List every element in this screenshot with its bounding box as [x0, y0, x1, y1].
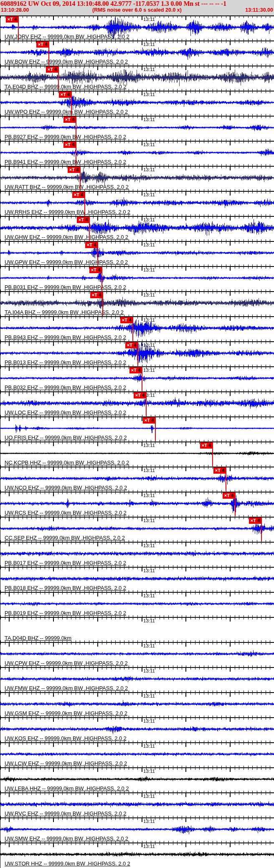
station-label: UW.RCS EHZ -- 99999.0km BW .HIGHPASS. 2.… [5, 510, 127, 516]
trace-row: 13:11PB.B019 EHZ -- 99999.0km BW .HIGHPA… [0, 592, 274, 617]
minute-label: 13:11 [143, 819, 155, 824]
pick-flag-weight: 4 [72, 117, 74, 122]
trace-row: 13:11UW.FMW EHZ -- 99999.0km BW .HIGHPAS… [0, 667, 274, 692]
pick-flag-phase: ×T [215, 468, 221, 473]
pick-flag[interactable]: ×T4 [134, 392, 146, 398]
station-label: PB.B031 EHZ -- 99999.0km BW .HIGHPASS. 2… [5, 284, 126, 290]
pick-flag-weight: 4 [208, 443, 211, 448]
station-label: PB.B941 EHZ -- 99999.0km BW .HIGHPASS. 2… [5, 159, 126, 165]
minute-label: 13:11 [143, 192, 155, 197]
pick-flag[interactable]: ×T4 [36, 41, 49, 48]
pick-flag-weight: 4 [54, 67, 57, 72]
trace-row: 13:11UW.JORV EHZ -- 99999.0km BW .HIGHPA… [0, 15, 274, 41]
minute-label: 13:11 [143, 242, 155, 247]
station-label: UW.LCW EHZ -- 99999.0km BW .HIGHPASS. 2.… [5, 760, 127, 766]
pick-flag[interactable]: ×T4 [85, 242, 98, 248]
minute-label: 13:11 [143, 317, 155, 322]
station-label: UW.JORV EHZ -- 99999.0km BW .HIGHPASS. 2… [5, 33, 129, 40]
station-label: PB.B013 EHZ -- 99999.0km BW .HIGHPASS. 2… [5, 359, 126, 365]
trace-row: 13:11UO.FRIS EHZ -- 99999.0km BW .HIGHPA… [0, 416, 274, 442]
minute-label: 13:11 [143, 368, 155, 373]
minute-label: 13:11 [143, 142, 155, 147]
rms-scale-note: (RMS noise over 6.0 s scaled 20.0 x) [0, 7, 274, 13]
pick-flag-weight: 4 [134, 343, 136, 348]
station-label: UW.SMW EHZ -- 99999.0km BW .HIGHPASS. 2.… [5, 835, 128, 842]
trace-row: 13:11NC.KCPB HHZ -- 99999.0km BW .HIGHPA… [0, 442, 274, 467]
station-label: PB.B927 EHZ -- 99999.0km BW .HIGHPASS. 2… [5, 134, 126, 140]
pick-flag[interactable]: ×T4 [120, 317, 133, 323]
station-label: TA.D04D BHZ -- 99999.0km [5, 635, 71, 641]
pick-flag-phase: ×T [145, 418, 150, 423]
pick-flag-weight: 4 [81, 192, 83, 197]
station-label: UW.RATT BHZ -- 99999.0km BW .HIGHPASS. 2… [5, 184, 129, 190]
trace-row: 13:11UW.SMW EHZ -- 99999.0km BW .HIGHPAS… [0, 817, 274, 843]
pick-flag[interactable]: ×T4 [200, 442, 213, 449]
trace-row: 13:11TA.I04A BHZ -- 99999.0km BW .HIGHPA… [0, 291, 274, 316]
pick-flag-weight: 4 [129, 317, 131, 322]
pick-flag[interactable]: ×T4 [63, 142, 76, 148]
station-label: TA.E04D BHZ -- 99999.0km BW .HIGHPASS. 2… [5, 84, 126, 90]
pick-flag[interactable]: ×T4 [59, 91, 71, 98]
pick-flag-phase: ×T [8, 17, 13, 22]
pick-flag[interactable]: ×T4 [46, 66, 58, 73]
station-label: UW.LEBA HHZ -- 99999.0km BW .HIGHPASS. 2… [5, 785, 129, 792]
station-label: UW.RRHS EHZ -- 99999.0km BW .HIGHPASS. 2… [5, 209, 130, 215]
pick-flag[interactable]: ×T4 [72, 192, 85, 198]
minute-label: 13:11 [143, 343, 155, 348]
trace-row: 13:11PB.B018 EHZ -- 99999.0km BW .HIGHPA… [0, 567, 274, 592]
station-label: PB.B943 EHZ -- 99999.0km BW .HIGHPASS. 2… [5, 334, 126, 340]
pick-flag-weight: 4 [14, 17, 17, 22]
minute-label: 13:11 [143, 718, 155, 723]
pick-flag-weight: 4 [85, 217, 88, 222]
minute-label: 13:11 [143, 17, 155, 22]
minute-label: 13:11 [143, 292, 155, 297]
station-label: UW.WPO EHZ -- 99999.0km BW .HIGHPASS. 2.… [5, 109, 128, 115]
station-label: UW.BOW EHZ -- 99999.0km BW .HIGHPASS. 2.… [5, 58, 128, 65]
station-label: UW.GHW EHZ -- 99999.0km BW .HIGHPASS. 2.… [5, 234, 128, 240]
trace-row: 13:11UW.LCW EHZ -- 99999.0km BW .HIGHPAS… [0, 742, 274, 767]
trace-row: 13:11PB.B031 EHZ -- 99999.0km BW .HIGHPA… [0, 266, 274, 291]
pick-flag[interactable]: ×T4 [6, 16, 18, 23]
pick-flag[interactable]: ×T4 [213, 467, 226, 474]
pick-flag[interactable]: ×T4 [63, 117, 76, 123]
trace-row: 13:11TA.E04D BHZ -- 99999.0km BW .HIGHPA… [0, 66, 274, 91]
pick-flag[interactable]: ×T4 [89, 267, 102, 273]
pick-flag[interactable]: ×T4 [129, 367, 142, 373]
trace-row: 13:11CC.SEP EHZ -- 99999.0km BW .HIGHPAS… [0, 517, 274, 542]
station-label: UW.STOR HHZ -- 99999.0km BW .HIGHPASS. 2… [5, 860, 130, 867]
pick-flag-phase: ×T [87, 242, 92, 247]
pick-flag-weight: 4 [231, 493, 233, 498]
pick-flag-phase: ×T [69, 167, 75, 172]
pick-flag[interactable]: ×T4 [90, 292, 103, 298]
pick-flag[interactable]: ×T4 [143, 417, 155, 424]
minute-label: 13:11 [143, 92, 155, 97]
pick-flag-weight: 4 [142, 393, 145, 398]
pick-flag-weight: 4 [98, 267, 100, 272]
pick-flag[interactable]: ×T4 [68, 167, 80, 173]
minute-label: 13:11 [143, 167, 155, 172]
pick-flag-weight: 4 [151, 418, 154, 423]
trace-row: 13:11TA.D04D BHZ -- 99999.0km [0, 617, 274, 642]
pick-flag-weight: 4 [45, 42, 47, 47]
minute-label: 13:11 [143, 593, 155, 598]
station-label: TA.I04A BHZ -- 99999.0km BW .HIGHPASS. 2… [5, 309, 124, 315]
pick-flag-phase: ×T [127, 343, 132, 348]
trace-row: 13:11PB.B941 EHZ -- 99999.0km BW .HIGHPA… [0, 141, 274, 166]
minute-label: 13:11 [143, 468, 155, 473]
pick-flag-weight: 4 [257, 518, 260, 523]
trace-row: 13:11UW.STOR HHZ -- 99999.0km BW .HIGHPA… [0, 843, 274, 868]
pick-flag[interactable]: ×T4 [249, 518, 261, 524]
pick-flag-phase: ×T [38, 42, 43, 47]
pick-flag-weight: 4 [222, 468, 224, 473]
trace-row: 13:11UW.WPO EHZ -- 99999.0km BW .HIGHPAS… [0, 91, 274, 116]
pick-flag[interactable]: ×T4 [77, 217, 89, 223]
trace-row: 13:11PB.B927 EHZ -- 99999.0km BW .HIGHPA… [0, 116, 274, 141]
trace-row: 13:11PB.B032 EHZ -- 99999.0km BW .HIGHPA… [0, 366, 274, 391]
pick-flag-phase: ×T [202, 443, 207, 448]
pick-flag[interactable]: ×T4 [125, 342, 138, 348]
event-summary: 60889162 UW Oct 09, 2014 13:10:48.00 42.… [0, 0, 274, 8]
pick-flag-weight: 4 [76, 167, 79, 172]
station-label: PB.B018 EHZ -- 99999.0km BW .HIGHPASS. 2… [5, 585, 126, 591]
pick-flag[interactable]: ×T4 [223, 492, 235, 499]
station-label: UW.GSM EHZ -- 99999.0km BW .HIGHPASS. 2.… [5, 710, 127, 716]
